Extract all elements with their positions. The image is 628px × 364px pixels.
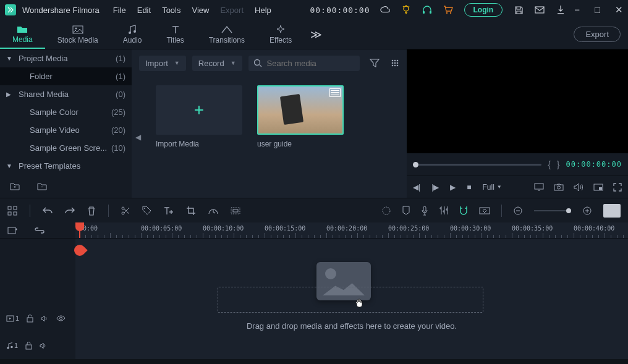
import-dropdown[interactable]: Import▼ [139, 56, 186, 71]
add-text-icon[interactable] [164, 206, 174, 215]
video-track-header[interactable]: 1 [0, 305, 75, 332]
timeline-ruler[interactable]: 00:0000:00:05:0000:00:10:0000:00:15:0000… [75, 222, 628, 238]
playhead[interactable] [79, 222, 80, 238]
stop-button[interactable]: ■ [467, 183, 471, 192]
play-button[interactable]: ▶ [450, 183, 456, 192]
speed-icon[interactable] [208, 207, 218, 214]
undo-button[interactable] [43, 206, 53, 215]
tab-label: Titles [166, 36, 184, 44]
media-item-user-guide[interactable]: user guide [257, 85, 344, 148]
download-icon[interactable] [556, 5, 566, 15]
voiceover-icon[interactable] [421, 206, 428, 216]
record-dropdown[interactable]: Record▼ [192, 56, 242, 71]
sidebar-item-project-media[interactable]: ▼Project Media(1) [0, 49, 132, 67]
login-button[interactable]: Login [464, 3, 503, 17]
sidebar-item-shared-media[interactable]: ▶Shared Media(0) [0, 85, 132, 103]
fullscreen-icon[interactable] [613, 183, 622, 192]
link-icon[interactable] [35, 227, 45, 234]
tab-media[interactable]: Media [0, 20, 45, 49]
lightbulb-icon[interactable] [401, 5, 411, 15]
color-icon[interactable] [231, 207, 240, 214]
mark-in-button[interactable]: { [548, 159, 551, 169]
preview-viewport[interactable] [407, 49, 628, 153]
minimize-button[interactable]: − [574, 4, 580, 15]
menu-edit[interactable]: Edit [137, 6, 151, 15]
magnet-icon[interactable] [459, 206, 468, 215]
svg-point-3 [446, 12, 447, 14]
next-frame-button[interactable]: |▶ [431, 183, 439, 192]
track-headers-panel: 1 1 [0, 239, 75, 359]
grid-view-icon[interactable] [391, 59, 399, 67]
audio-track-header[interactable]: 1 [0, 332, 75, 359]
redo-button[interactable] [65, 206, 75, 215]
sidebar-item-sample-green-screen[interactable]: Sample Green Scre...(10) [0, 139, 132, 157]
svg-point-34 [383, 207, 390, 214]
lock-icon[interactable] [27, 315, 33, 323]
mute-icon[interactable] [41, 315, 49, 322]
zoom-in-button[interactable] [582, 206, 592, 216]
cart-icon[interactable] [443, 5, 453, 15]
remove-folder-icon[interactable] [37, 182, 47, 190]
tab-audio[interactable]: Audio [111, 21, 155, 48]
tag-icon[interactable] [142, 206, 151, 215]
timeline-track-area[interactable]: Drag and drop media and effects here to … [75, 239, 628, 359]
menu-view[interactable]: View [192, 6, 209, 15]
zoom-slider[interactable] [534, 210, 571, 211]
separator [501, 205, 502, 217]
tab-titles[interactable]: Titles [154, 21, 196, 48]
sidebar-item-preset-templates[interactable]: ▼Preset Templates [0, 157, 132, 174]
close-button[interactable]: ✕ [615, 4, 623, 15]
preview-scrubber[interactable] [413, 164, 541, 166]
snapshot-icon[interactable] [554, 184, 564, 191]
export-button[interactable]: Export [574, 27, 621, 42]
marker-icon[interactable] [402, 206, 410, 215]
sidebar-item-sample-color[interactable]: Sample Color(25) [0, 103, 132, 121]
sidebar-item-sample-video[interactable]: Sample Video(20) [0, 121, 132, 139]
tab-label: Media [12, 35, 33, 44]
cloud-icon[interactable] [380, 5, 390, 15]
window-controls: − □ ✕ [574, 4, 623, 15]
pip-icon[interactable] [593, 184, 603, 191]
grid-prev-arrow[interactable]: ◀ [135, 133, 141, 142]
tab-transitions[interactable]: Transitions [197, 21, 257, 48]
timeline-view-toggle[interactable] [603, 204, 621, 218]
sidebar-item-folder[interactable]: Folder(1) [0, 67, 132, 85]
svg-rect-27 [8, 212, 11, 215]
tab-effects[interactable]: Effects [257, 21, 304, 48]
sidebar-item-count: (1) [116, 54, 125, 63]
split-button[interactable] [121, 206, 130, 216]
timeline-drop-zone[interactable] [218, 287, 483, 313]
audio-mixer-icon[interactable] [439, 206, 448, 215]
menu-file[interactable]: File [113, 6, 126, 15]
mail-icon[interactable] [535, 5, 545, 15]
maximize-button[interactable]: □ [595, 4, 600, 15]
more-tabs-button[interactable]: ≫ [310, 28, 322, 41]
prev-frame-button[interactable]: ◀| [413, 183, 420, 192]
add-folder-icon[interactable] [10, 182, 20, 190]
search-input[interactable] [267, 59, 355, 68]
filter-icon[interactable] [370, 59, 380, 67]
add-track-icon[interactable] [7, 226, 17, 235]
tab-stock-media[interactable]: Stock Media [45, 21, 111, 48]
keyframe-icon[interactable] [479, 207, 490, 214]
crop-icon[interactable] [186, 206, 196, 216]
quality-dropdown[interactable]: Full▼ [483, 183, 502, 192]
mute-icon[interactable] [40, 342, 48, 349]
menu-tools[interactable]: Tools [162, 6, 180, 15]
visibility-icon[interactable] [56, 315, 66, 321]
headphones-icon[interactable] [422, 5, 432, 15]
save-icon[interactable] [514, 5, 524, 15]
delete-button[interactable] [87, 206, 96, 216]
main-menu: File Edit Tools View Export Help [113, 6, 271, 15]
import-media-slot[interactable]: + Import Media [156, 85, 242, 148]
mix-icon[interactable] [381, 206, 391, 216]
mark-out-button[interactable]: } [557, 159, 560, 169]
menu-help[interactable]: Help [255, 6, 271, 15]
zoom-out-button[interactable] [513, 206, 523, 216]
svg-rect-41 [27, 318, 33, 322]
arrange-icon[interactable] [7, 206, 17, 216]
display-icon[interactable] [534, 183, 544, 191]
ruler-header [0, 222, 75, 238]
lock-icon[interactable] [25, 342, 32, 350]
volume-icon[interactable] [574, 183, 583, 192]
